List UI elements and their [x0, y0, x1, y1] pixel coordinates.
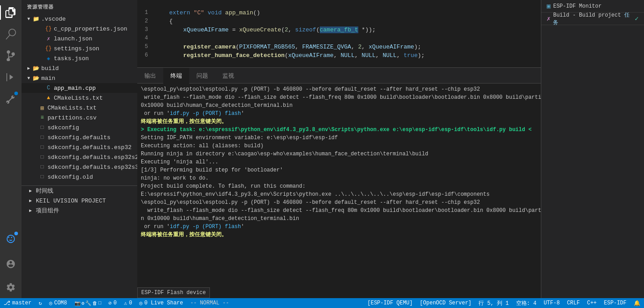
files-icon[interactable] [0, 2, 22, 23]
sidebar-item-sdkconfig-esp32s2[interactable]: □ sdkconfig.defaults.esp32s2 [22, 152, 137, 162]
tab-terminal[interactable]: 终端 [163, 68, 189, 84]
build-label: Build - Build project 任务 [553, 11, 635, 26]
openocd-label: [OpenOCD Server] [420, 300, 471, 306]
file-icon6: □ [39, 173, 46, 180]
line-ending-status[interactable]: CRLF [563, 298, 583, 308]
file-icon5: □ [39, 163, 46, 171]
line-num-6: 6 [137, 51, 155, 60]
sidebar: 资源管理器 ▼ 📁 .vscode {} c_cpp_properties.js… [22, 0, 137, 298]
sidebar-item-vscode[interactable]: ▼ 📁 .vscode [22, 14, 137, 24]
json-icon2: {} [45, 45, 52, 52]
cmake-root-label: CMakeLists.txt [48, 105, 96, 111]
search-icon[interactable] [0, 23, 22, 45]
no-arrow [31, 114, 39, 121]
esp-idf-version-status[interactable]: ESP-IDF [600, 298, 630, 308]
git-branch-label: master [12, 300, 31, 306]
spaces-label: 空格: 4 [516, 299, 537, 307]
sdkconfig-esp32s3-label: sdkconfig.defaults.esp32s3 [48, 164, 137, 171]
line-num-5: 5 [137, 43, 155, 51]
sidebar-item-main[interactable]: ▼ 📂 main [22, 73, 137, 83]
sidebar-item-sdkconfig[interactable]: □ sdkconfig [22, 123, 137, 132]
file-icon2: □ [39, 134, 46, 141]
extra-icons-status[interactable]: 📷 ⚙ 🔧 🗑 □ [71, 298, 105, 308]
build-arrow: ▶ [25, 65, 32, 72]
warnings-status[interactable]: ⚠ 0 [120, 298, 135, 308]
line-num-4: 4 [137, 34, 155, 43]
keil-label: KEIL UVISION PROJECT [36, 198, 106, 204]
sidebar-item-tasks[interactable]: ◈ tasks.json [22, 53, 137, 63]
launch-label: launch.json [54, 35, 92, 42]
no-arrow [31, 163, 39, 171]
sidebar-item-sdkconfig-defaults[interactable]: □ sdkconfig.defaults [22, 132, 137, 142]
remote-icon[interactable] [0, 228, 22, 250]
line-num [137, 0, 155, 9]
warning-count: 0 [129, 300, 132, 306]
file-icon1: □ [39, 124, 46, 131]
sdkconfig-esp32-label: sdkconfig.defaults.esp32 [48, 144, 131, 151]
monitor-label: ESP-IDF Monitor [553, 3, 639, 9]
no-arrow [31, 173, 39, 180]
sidebar-item-sdkconfig-old[interactable]: □ sdkconfig.old [22, 172, 137, 182]
timeline-arrow: ▶ [27, 187, 34, 194]
cmake-icon: ▤ [39, 104, 46, 111]
icon-3: 🔧 [85, 300, 91, 306]
notifications-status[interactable]: 🔔 [630, 298, 644, 308]
live-share-icon: ◎ [139, 300, 143, 307]
sidebar-item-launch[interactable]: ✗ launch.json [22, 34, 137, 44]
source-control-icon[interactable] [0, 45, 22, 66]
tab-output[interactable]: 输出 [137, 68, 163, 84]
run-debug-icon[interactable] [0, 66, 22, 88]
openocd-status[interactable]: [OpenOCD Server] [416, 298, 475, 308]
sidebar-item-partitions[interactable]: ≡ partitions.csv [22, 113, 137, 123]
line-col-status[interactable]: 行 5, 列 1 [475, 298, 512, 308]
git-branch-status[interactable]: ⎇ master [0, 298, 35, 308]
check-icon: ✓ [635, 15, 639, 22]
errors-status[interactable]: ⊘ 0 [105, 298, 120, 308]
tab-debug[interactable]: 监视 [215, 68, 241, 84]
live-share-status[interactable]: ◎ 0 Live Share [136, 298, 187, 308]
main-folder-icon: 📂 [32, 75, 39, 82]
sidebar-item-c-cpp-props[interactable]: {} c_cpp_properties.json [22, 24, 137, 34]
no-arrow [31, 144, 39, 151]
no-arrow [38, 84, 45, 92]
sidebar-item-sdkconfig-esp32s3[interactable]: □ sdkconfig.defaults.esp32s3 [22, 162, 137, 172]
tab-problems[interactable]: 问题 [189, 68, 215, 84]
icon-5: □ [98, 300, 101, 306]
normal-mode-status[interactable]: -- NORMAL -- [187, 298, 232, 308]
no-arrow [31, 154, 39, 161]
no-arrow [38, 55, 45, 62]
build-project-item[interactable]: ✗ Build - Build project 任务 ✓ [541, 13, 644, 25]
sidebar-section-timeline[interactable]: ▶ 时间线 [22, 186, 137, 196]
esp-idf-qemu-status[interactable]: [ESP-IDF QEMU] [364, 298, 416, 308]
line-ending-label: CRLF [567, 300, 580, 306]
sidebar-item-cmake-root[interactable]: ▤ CMakeLists.txt [22, 103, 137, 113]
extensions-icon[interactable] [0, 88, 22, 110]
spaces-status[interactable]: 空格: 4 [513, 298, 540, 308]
keil-arrow: ▶ [27, 197, 34, 204]
file-icon3: □ [39, 144, 46, 151]
project-arrow: ▶ [27, 207, 34, 214]
app-main-label: app_main.cpp [54, 85, 96, 92]
sidebar-item-settings[interactable]: {} settings.json [22, 44, 137, 53]
language-label: C++ [587, 300, 597, 306]
sync-status[interactable]: ↻ [35, 298, 45, 308]
encoding-status[interactable]: UTF-8 [540, 298, 563, 308]
language-status[interactable]: C++ [583, 298, 600, 308]
sdkconfig-esp32s2-label: sdkconfig.defaults.esp32s2 [48, 154, 137, 161]
sidebar-section-project[interactable]: ▶ 项目组件 [22, 206, 137, 216]
sidebar-section-keil[interactable]: ▶ KEIL UVISION PROJECT [22, 196, 137, 206]
sidebar-item-sdkconfig-esp32[interactable]: □ sdkconfig.defaults.esp32 [22, 142, 137, 152]
com-port-status[interactable]: ◎ COM8 [45, 298, 70, 308]
sidebar-item-cmake-main[interactable]: ▲ CMakeLists.txt [22, 93, 137, 103]
sidebar-item-app-main[interactable]: C app_main.cpp [22, 83, 137, 93]
account-icon[interactable] [0, 253, 22, 275]
partitions-label: partitions.csv [48, 114, 96, 121]
status-right: [ESP-IDF QEMU] [OpenOCD Server] 行 5, 列 1… [364, 298, 644, 308]
build-folder-icon: 📂 [32, 65, 39, 72]
sidebar-item-build[interactable]: ▶ 📂 build [22, 63, 137, 73]
settings-icon[interactable] [0, 277, 22, 298]
file-icon4: □ [39, 154, 46, 161]
bell-icon: 🔔 [634, 300, 640, 307]
line-col-label: 行 5, 列 1 [479, 299, 509, 307]
no-arrow [38, 25, 45, 32]
